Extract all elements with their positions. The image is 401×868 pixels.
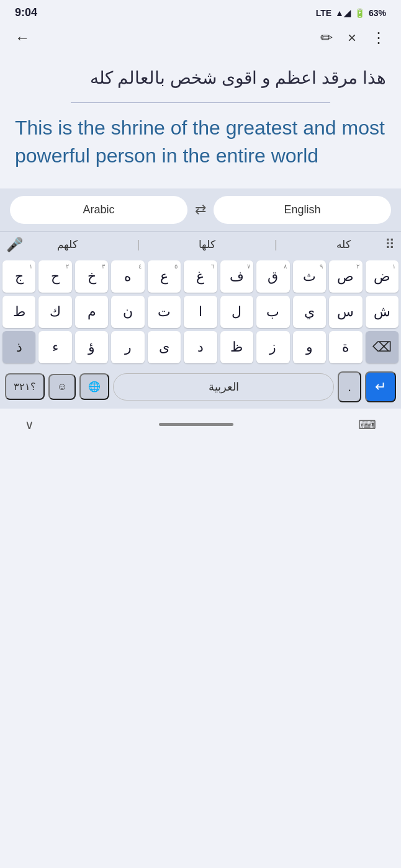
key-س[interactable]: س <box>329 296 362 328</box>
suggestion-word-1[interactable]: كله <box>336 238 351 251</box>
key-د[interactable]: د <box>184 331 217 363</box>
translated-text[interactable]: This is the shrine of the greatest and m… <box>15 114 386 170</box>
key-ج[interactable]: ١ج <box>2 260 35 293</box>
key-ي[interactable]: ي <box>293 296 326 328</box>
nav-indicator <box>159 423 233 426</box>
bottom-row: ؟٣٢١ ☺ 🌐 العربية . ↵ <box>0 366 401 409</box>
suggestion-word-3[interactable]: كلهم <box>57 238 78 251</box>
key-ق[interactable]: ٨ق <box>256 260 289 293</box>
close-button[interactable]: × <box>348 29 356 46</box>
keyboard-row-2: ط ك م ن ت ا ل ب ي س ش <box>2 296 399 328</box>
key-ك[interactable]: ك <box>38 296 71 328</box>
backspace-key[interactable]: ⌫ <box>366 331 399 363</box>
more-options-icon[interactable]: ⋮ <box>371 29 386 46</box>
edit-icon[interactable]: ✏ <box>320 29 333 46</box>
key-ظ[interactable]: ظ <box>220 331 253 363</box>
key-ع[interactable]: ٥ع <box>148 260 181 293</box>
nav-keyboard-icon[interactable]: ⌨ <box>358 417 376 432</box>
key-خ[interactable]: ٣خ <box>75 260 108 293</box>
network-indicator: LTE <box>316 8 331 18</box>
numbers-key[interactable]: ؟٣٢١ <box>5 373 45 400</box>
key-ث[interactable]: ٩ث <box>293 260 326 293</box>
source-language-button[interactable]: Arabic <box>10 196 187 224</box>
keyboard: ١ج ٢ح ٣خ ٤ه ٥ع ٦غ ٧ف ٨ق ٩ث ٢ص ١ض ط ك م ن… <box>0 258 401 363</box>
key-ؤ[interactable]: ؤ <box>75 331 108 363</box>
emoji-key[interactable]: ☺ <box>48 374 76 400</box>
status-time: 9:04 <box>15 6 37 19</box>
signal-icon: ▲◢ <box>335 8 351 18</box>
key-ء[interactable]: ء <box>38 331 71 363</box>
keyboard-row-1: ١ج ٢ح ٣خ ٤ه ٥ع ٦غ ٧ف ٨ق ٩ث ٢ص ١ض <box>2 260 399 293</box>
source-text[interactable]: هذا مرقد اعظم و اقوى شخص بالعالم كله <box>15 65 386 91</box>
key-ل[interactable]: ل <box>220 296 253 328</box>
separator-1: | <box>137 238 140 251</box>
microphone-icon[interactable]: 🎤 <box>6 237 23 253</box>
suggestions-row: 🎤 كلهم | كلها | كله ⠿ <box>0 231 401 258</box>
key-ا[interactable]: ا <box>184 296 217 328</box>
nav-chevron-icon[interactable]: ∨ <box>25 417 34 432</box>
lang-swap-icon[interactable]: ⇄ <box>187 202 214 218</box>
translation-area: هذا مرقد اعظم و اقوى شخص بالعالم كله Thi… <box>0 53 401 182</box>
key-ة[interactable]: ة <box>329 331 362 363</box>
key-م[interactable]: م <box>75 296 108 328</box>
key-ش[interactable]: ش <box>366 296 399 328</box>
key-ذ[interactable]: ذ <box>2 331 35 363</box>
keyboard-row-3: ذ ء ؤ ر ى د ظ ز و ة ⌫ <box>2 331 399 363</box>
key-ح[interactable]: ٢ح <box>38 260 71 293</box>
status-icons: LTE ▲◢ 🔋 63% <box>316 8 386 18</box>
key-غ[interactable]: ٦غ <box>184 260 217 293</box>
grid-icon[interactable]: ⠿ <box>385 237 395 253</box>
separator-2: | <box>274 238 277 251</box>
keyboard-area: Arabic ⇄ English 🎤 كلهم | كلها | كله ⠿ ١… <box>0 188 401 409</box>
key-ت[interactable]: ت <box>148 296 181 328</box>
key-ط[interactable]: ط <box>2 296 35 328</box>
battery-icon: 🔋 <box>354 8 365 18</box>
key-ه[interactable]: ٤ه <box>111 260 144 293</box>
back-button[interactable]: ← <box>15 29 30 46</box>
key-ن[interactable]: ن <box>111 296 144 328</box>
key-ر[interactable]: ر <box>111 331 144 363</box>
suggestion-word-2[interactable]: كلها <box>199 238 215 251</box>
toolbar: ← ✏ × ⋮ <box>0 23 401 53</box>
globe-key[interactable]: 🌐 <box>79 373 109 400</box>
battery-level: 63% <box>369 8 386 18</box>
key-ز[interactable]: ز <box>256 331 289 363</box>
target-language-button[interactable]: English <box>214 196 391 224</box>
period-key[interactable]: . <box>338 371 361 402</box>
key-ى[interactable]: ى <box>148 331 181 363</box>
key-ف[interactable]: ٧ف <box>220 260 253 293</box>
word-suggestions: كلهم | كلها | كله <box>28 238 380 251</box>
nav-bar: ∨ ⌨ <box>0 409 401 438</box>
status-bar: 9:04 LTE ▲◢ 🔋 63% <box>0 0 401 23</box>
key-ض[interactable]: ١ض <box>366 260 399 293</box>
toolbar-right: ✏ × ⋮ <box>320 29 386 46</box>
key-ب[interactable]: ب <box>256 296 289 328</box>
lang-selector: Arabic ⇄ English <box>0 188 401 231</box>
key-ص[interactable]: ٢ص <box>329 260 362 293</box>
divider <box>71 102 331 103</box>
enter-key[interactable]: ↵ <box>365 371 396 402</box>
key-و[interactable]: و <box>293 331 326 363</box>
spacebar-key[interactable]: العربية <box>113 373 334 401</box>
